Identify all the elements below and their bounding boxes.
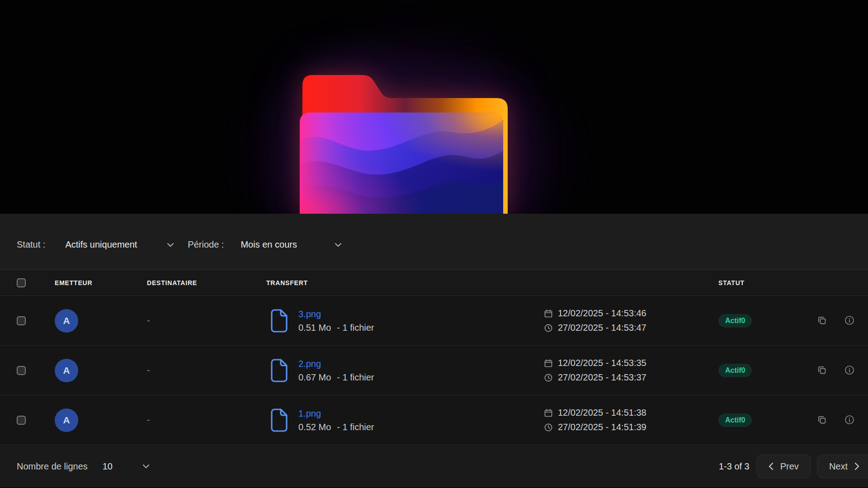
- file-name-link[interactable]: 1.png: [298, 408, 374, 419]
- periode-filter-label: Période :: [188, 239, 224, 250]
- column-header-destinataire: DESTINATAIRE: [147, 279, 266, 286]
- sender-avatar: A: [55, 408, 78, 432]
- calendar-icon: [544, 309, 553, 318]
- row-checkbox[interactable]: [17, 316, 26, 325]
- hero-banner: [0, 0, 868, 214]
- sender-initial: A: [63, 315, 70, 326]
- sender-avatar: A: [55, 359, 78, 382]
- table-row: A - 3.png 0.51 Mo - 1 fichier: [0, 296, 868, 346]
- sender-initial: A: [63, 365, 70, 376]
- clock-icon: [544, 423, 553, 432]
- table-row: A - 2.png 0.67 Mo - 1 fichier: [0, 346, 868, 395]
- date-expires: 27/02/2025 - 14:53:47: [558, 323, 646, 333]
- filter-bar: Statut : Actifs uniquement Période : Moi…: [0, 214, 868, 270]
- periode-chevron-down-icon[interactable]: [335, 243, 342, 247]
- copy-link-button[interactable]: [816, 364, 828, 376]
- file-name-link[interactable]: 3.png: [298, 308, 374, 320]
- copy-link-button[interactable]: [816, 413, 828, 426]
- date-expires: 27/02/2025 - 14:51:39: [558, 422, 646, 432]
- table-body: A - 3.png 0.51 Mo - 1 fichier: [0, 296, 868, 445]
- file-name-link[interactable]: 2.png: [298, 358, 374, 370]
- file-size: 0.51 Mo: [298, 322, 331, 333]
- info-button[interactable]: [844, 414, 855, 426]
- file-icon: [270, 359, 288, 382]
- date-created: 12/02/2025 - 14:51:38: [558, 408, 646, 418]
- file-size: 0.52 Mo: [298, 421, 331, 433]
- next-page-button[interactable]: Next: [817, 455, 868, 478]
- status-badge: Actif0: [718, 314, 752, 328]
- date-created: 12/02/2025 - 14:53:46: [558, 308, 646, 319]
- column-header-statut: STATUT: [718, 279, 816, 286]
- select-all-checkbox[interactable]: [17, 278, 26, 287]
- table-row: A - 1.png 0.52 Mo - 1 fichier: [0, 395, 868, 445]
- gradient-folder-illustration: [300, 73, 509, 214]
- column-header-emetteur: EMETTEUR: [55, 279, 147, 286]
- next-label: Next: [829, 461, 848, 472]
- pagination-range: 1-3 of 3: [719, 461, 750, 472]
- table-header-row: EMETTEUR DESTINATAIRE TRANSFERT STATUT: [0, 270, 868, 296]
- file-count: - 1 fichier: [337, 421, 374, 433]
- row-checkbox[interactable]: [17, 416, 26, 425]
- date-created: 12/02/2025 - 14:53:35: [558, 358, 646, 368]
- date-expires: 27/02/2025 - 14:53:37: [558, 372, 646, 383]
- rows-per-page-chevron-down-icon[interactable]: [142, 464, 150, 469]
- periode-filter-value[interactable]: Mois en cours: [241, 239, 297, 250]
- info-icon: [844, 315, 854, 325]
- file-icon: [270, 309, 288, 333]
- prev-label: Prev: [780, 461, 799, 472]
- statut-filter-value[interactable]: Actifs uniquement: [65, 239, 137, 250]
- info-icon: [844, 365, 854, 375]
- file-icon: [270, 408, 288, 432]
- row-checkbox[interactable]: [17, 366, 26, 375]
- calendar-icon: [544, 359, 553, 368]
- recipient-value: -: [147, 315, 266, 326]
- statut-chevron-down-icon[interactable]: [167, 243, 174, 247]
- sender-avatar: A: [55, 309, 78, 333]
- statut-filter-label: Statut :: [17, 239, 45, 250]
- rows-per-page-value[interactable]: 10: [103, 461, 113, 472]
- file-size: 0.67 Mo: [298, 371, 331, 383]
- file-count: - 1 fichier: [337, 322, 374, 333]
- info-icon: [844, 415, 854, 425]
- recipient-value: -: [147, 365, 266, 375]
- chevron-right-icon: [854, 462, 859, 470]
- prev-page-button[interactable]: Prev: [756, 455, 811, 478]
- copy-icon: [816, 365, 827, 375]
- info-button[interactable]: [844, 314, 855, 326]
- sender-initial: A: [63, 415, 70, 426]
- chevron-left-icon: [769, 462, 774, 470]
- pagination-bar: Nombre de lignes 10 1-3 of 3 Prev Next: [0, 445, 868, 488]
- copy-link-button[interactable]: [816, 314, 828, 327]
- clock-icon: [544, 373, 553, 382]
- info-button[interactable]: [844, 364, 855, 376]
- copy-icon: [816, 315, 827, 326]
- status-badge: Actif0: [718, 364, 752, 377]
- calendar-icon: [544, 408, 553, 418]
- clock-icon: [544, 324, 553, 333]
- column-header-transfert: TRANSFERT: [266, 279, 544, 286]
- file-count: - 1 fichier: [337, 371, 374, 383]
- copy-icon: [816, 414, 827, 425]
- status-badge: Actif0: [718, 413, 752, 427]
- recipient-value: -: [147, 415, 266, 425]
- rows-per-page-label: Nombre de lignes: [17, 461, 88, 472]
